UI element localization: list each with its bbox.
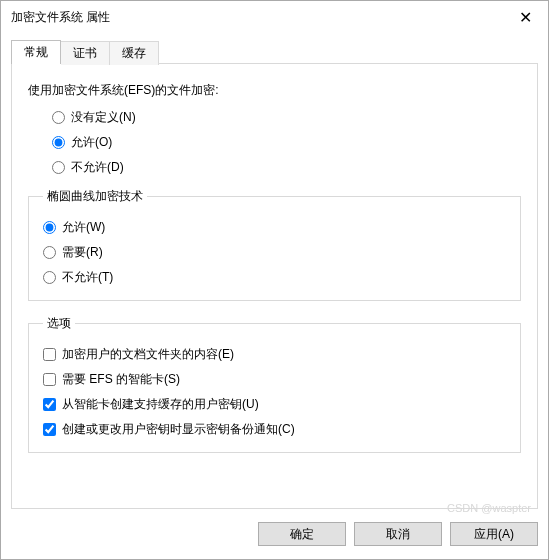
ecc-option-deny[interactable]: 不允许(T) [43,269,506,286]
dialog-window: 加密文件系统 属性 ✕ 常规 证书 缓存 使用加密文件系统(EFS)的文件加密:… [0,0,549,560]
apply-button[interactable]: 应用(A) [450,522,538,546]
option-backup-notify[interactable]: 创建或更改用户密钥时显示密钥备份通知(C) [43,421,506,438]
checkbox-input[interactable] [43,423,56,436]
efs-option-deny[interactable]: 不允许(D) [52,159,521,176]
checkbox-input[interactable] [43,373,56,386]
efs-option-allow[interactable]: 允许(O) [52,134,521,151]
tab-panel-general: 使用加密文件系统(EFS)的文件加密: 没有定义(N) 允许(O) 不允许(D)… [11,63,538,509]
checkbox-label: 创建或更改用户密钥时显示密钥备份通知(C) [62,421,295,438]
window-title: 加密文件系统 属性 [11,9,502,26]
checkbox-label: 需要 EFS 的智能卡(S) [62,371,180,388]
ecc-option-allow[interactable]: 允许(W) [43,219,506,236]
option-cache-key[interactable]: 从智能卡创建支持缓存的用户密钥(U) [43,396,506,413]
radio-label: 允许(W) [62,219,105,236]
close-icon: ✕ [519,8,532,27]
ok-button[interactable]: 确定 [258,522,346,546]
tab-general[interactable]: 常规 [11,40,61,64]
options-legend: 选项 [43,315,75,332]
efs-heading: 使用加密文件系统(EFS)的文件加密: [28,82,521,99]
tab-label: 证书 [73,46,97,60]
checkbox-label: 从智能卡创建支持缓存的用户密钥(U) [62,396,259,413]
option-require-smartcard[interactable]: 需要 EFS 的智能卡(S) [43,371,506,388]
tab-strip: 常规 证书 缓存 [11,40,538,64]
tab-label: 缓存 [122,46,146,60]
tab-cache[interactable]: 缓存 [110,41,159,65]
close-button[interactable]: ✕ [502,1,548,33]
radio-label: 允许(O) [71,134,112,151]
radio-label: 不允许(D) [71,159,124,176]
checkbox-label: 加密用户的文档文件夹的内容(E) [62,346,234,363]
option-encrypt-docs[interactable]: 加密用户的文档文件夹的内容(E) [43,346,506,363]
efs-radio-group: 没有定义(N) 允许(O) 不允许(D) [52,109,521,176]
radio-input[interactable] [43,271,56,284]
dialog-footer: 确定 取消 应用(A) [1,509,548,559]
cancel-button[interactable]: 取消 [354,522,442,546]
ecc-option-require[interactable]: 需要(R) [43,244,506,261]
radio-label: 没有定义(N) [71,109,136,126]
efs-option-undefined[interactable]: 没有定义(N) [52,109,521,126]
tab-label: 常规 [24,45,48,59]
radio-input[interactable] [52,136,65,149]
radio-input[interactable] [52,111,65,124]
checkbox-input[interactable] [43,348,56,361]
checkbox-input[interactable] [43,398,56,411]
radio-input[interactable] [52,161,65,174]
content-area: 常规 证书 缓存 使用加密文件系统(EFS)的文件加密: 没有定义(N) 允许(… [1,33,548,509]
titlebar: 加密文件系统 属性 ✕ [1,1,548,33]
radio-input[interactable] [43,221,56,234]
tab-certificate[interactable]: 证书 [61,41,110,65]
ecc-group: 椭圆曲线加密技术 允许(W) 需要(R) 不允许(T) [28,188,521,301]
radio-label: 需要(R) [62,244,103,261]
radio-label: 不允许(T) [62,269,113,286]
radio-input[interactable] [43,246,56,259]
ecc-legend: 椭圆曲线加密技术 [43,188,147,205]
options-group: 选项 加密用户的文档文件夹的内容(E) 需要 EFS 的智能卡(S) 从智能卡创… [28,315,521,453]
